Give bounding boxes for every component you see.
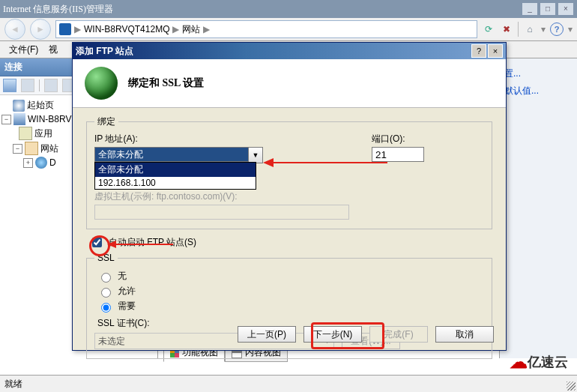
nav-bar: ◄ ► ▶ WIN-B8RVQT412MQ ▶ 网站 ▶ ⟳ ✖ ⌂ ▾ ? ▾ [0, 18, 577, 41]
refresh-icon[interactable]: ⟳ [482, 22, 495, 36]
ssl-require-radio[interactable] [101, 303, 111, 313]
connect-icon[interactable] [3, 79, 16, 92]
logo-text: 亿速云 [528, 353, 568, 371]
divider [39, 79, 40, 91]
dropdown-icon[interactable]: ▾ [568, 24, 573, 34]
autostart-checkbox[interactable] [92, 238, 102, 247]
tree-label: 起始页 [27, 99, 54, 112]
ip-address-combobox[interactable]: ▼ 全部未分配 192.168.1.100 [94, 147, 349, 163]
cancel-button[interactable]: 取消 [435, 326, 494, 343]
status-text: 就绪 [4, 378, 22, 391]
watermark-logo: ☁ 亿速云 [510, 352, 568, 373]
dialog-help-button[interactable]: ? [471, 44, 486, 58]
nav-back-button[interactable]: ◄ [4, 19, 25, 40]
actions-pane: 置... 默认值... [499, 58, 577, 358]
dialog-titlebar[interactable]: 添加 FTP 站点 ? × [73, 43, 506, 59]
resize-grip[interactable] [567, 382, 576, 391]
finish-button: 完成(F) [369, 326, 428, 343]
status-bar: 就绪 [0, 375, 577, 392]
chevron-right-icon: ▶ [172, 24, 179, 34]
ip-address-input[interactable] [94, 147, 249, 162]
iis-icon [59, 23, 71, 35]
collapse-icon[interactable]: − [13, 144, 22, 154]
main-window-titlebar: Internet 信息服务(IIS)管理器 _ □ × [0, 0, 577, 18]
home-icon [13, 100, 25, 112]
autostart-label: 自动启动 FTP 站点(S) [109, 236, 196, 249]
stop-icon[interactable]: ✖ [500, 22, 513, 36]
minimize-button[interactable]: _ [522, 2, 538, 16]
dialog-title: 添加 FTP 站点 [76, 45, 470, 58]
main-window-title: Internet 信息服务(IIS)管理器 [3, 3, 522, 16]
action-set[interactable]: 置... [504, 67, 573, 80]
app-pools-icon [19, 127, 32, 140]
ip-address-label: IP 地址(A): [94, 133, 349, 145]
port-input[interactable] [372, 147, 424, 162]
expand-icon[interactable]: + [23, 158, 33, 168]
dropdown-icon[interactable]: ▾ [541, 24, 546, 34]
ssl-legend: SSL [94, 253, 118, 263]
breadcrumb-sites[interactable]: 网站 [182, 23, 200, 36]
tree-label: 应用 [34, 127, 52, 140]
collapse-icon[interactable]: − [1, 115, 11, 124]
dialog-heading: 绑定和 SSL 设置 [128, 76, 204, 90]
menu-file[interactable]: 文件(F) [4, 42, 43, 58]
ip-option-192-168-1-100[interactable]: 192.168.1.100 [95, 177, 256, 189]
ip-option-all-unassigned[interactable]: 全部未分配 [95, 163, 256, 177]
tree-label: D [49, 157, 56, 168]
dialog-header: 绑定和 SSL 设置 [73, 59, 506, 108]
virtual-host-input [94, 205, 349, 220]
home-icon[interactable]: ⌂ [523, 22, 537, 36]
action-defaults[interactable]: 默认值... [504, 85, 573, 97]
breadcrumb-host[interactable]: WIN-B8RVQT412MQ [84, 24, 169, 34]
ssl-none-radio[interactable] [101, 273, 111, 283]
chevron-right-icon: ▶ [203, 24, 210, 34]
ssl-allow-label: 允许 [118, 285, 136, 298]
up-icon[interactable] [44, 79, 58, 92]
dialog-footer: 上一页(P) 下一步(N) 完成(F) 取消 [238, 326, 494, 343]
maximize-button[interactable]: □ [540, 2, 556, 16]
save-icon[interactable] [21, 79, 34, 92]
folder-icon [25, 142, 38, 155]
server-icon [13, 113, 25, 125]
help-icon[interactable]: ? [550, 22, 564, 36]
previous-button[interactable]: 上一页(P) [238, 326, 296, 343]
close-button[interactable]: × [558, 2, 574, 16]
ssl-none-label: 无 [118, 270, 127, 283]
chevron-right-icon: ▶ [74, 24, 81, 34]
tree-label: WIN-B8RV [28, 114, 71, 124]
menu-view[interactable]: 视 [44, 42, 62, 58]
binding-legend: 绑定 [94, 115, 118, 128]
virtual-host-label: 虚拟主机(示例: ftp.contoso.com)(V): [94, 190, 349, 203]
binding-group: 绑定 IP 地址(A): ▼ 全部未分配 192.168.1.100 [86, 115, 492, 229]
dropdown-arrow-icon[interactable]: ▼ [249, 147, 263, 163]
breadcrumb[interactable]: ▶ WIN-B8RVQT412MQ ▶ 网站 ▶ [55, 20, 477, 38]
ssl-group: SSL 无 允许 需要 SSL 证书(C): 未选定 ▼ 查看(W)... [86, 253, 492, 359]
ssl-allow-radio[interactable] [101, 288, 111, 298]
logo-icon: ☁ [510, 352, 525, 373]
nav-forward-button[interactable]: ► [30, 19, 51, 40]
ssl-require-label: 需要 [118, 300, 136, 313]
site-icon [35, 157, 47, 169]
next-button[interactable]: 下一步(N) [303, 326, 362, 343]
tree-label: 网站 [40, 142, 58, 155]
ssl-cert-value: 未选定 [98, 335, 125, 348]
dialog-close-button[interactable]: × [488, 44, 503, 58]
divider [518, 22, 519, 37]
globe-icon [85, 67, 118, 100]
ip-address-dropdown-list[interactable]: 全部未分配 192.168.1.100 [94, 162, 256, 190]
port-label: 端口(O): [372, 133, 424, 145]
add-ftp-site-dialog: 添加 FTP 站点 ? × 绑定和 SSL 设置 绑定 IP 地址(A): ▼ … [72, 42, 507, 351]
